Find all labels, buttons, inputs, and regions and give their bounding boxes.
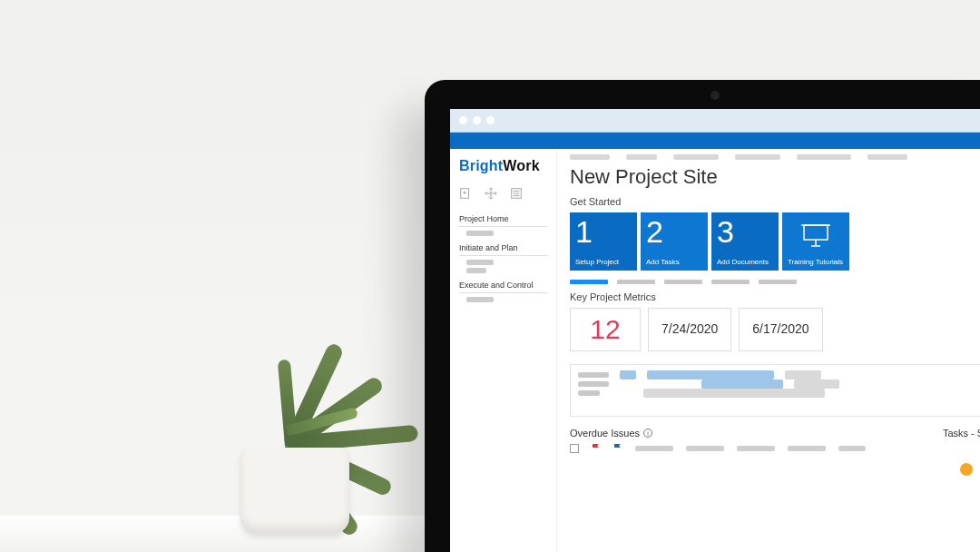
- tile-caption: Setup Project: [575, 258, 619, 266]
- app-ribbon: [450, 133, 980, 149]
- camera-dot: [710, 91, 720, 100]
- breadcrumb-item[interactable]: [570, 154, 610, 160]
- sidebar-toolbar: [459, 187, 547, 203]
- browser-chrome: [450, 109, 980, 133]
- decorative-plant: [191, 298, 399, 534]
- sidebar-section-execute[interactable]: Execute and Control: [459, 281, 547, 290]
- new-page-icon[interactable]: [459, 187, 472, 203]
- breadcrumb-item[interactable]: [673, 154, 719, 160]
- gantt-chart[interactable]: [570, 364, 980, 417]
- overdue-issues-section: Overdue Issues i: [570, 428, 906, 453]
- tile-caption: Add Tasks: [646, 258, 680, 266]
- brand-part2: Work: [503, 158, 540, 173]
- sidebar-item[interactable]: [466, 231, 494, 236]
- breadcrumb-item[interactable]: [797, 154, 851, 160]
- sidebar-item[interactable]: [466, 268, 486, 273]
- tile-training-tutorials[interactable]: Training Tutorials: [782, 212, 849, 271]
- metric-date-1: 7/24/2020: [648, 308, 731, 351]
- breadcrumb-item[interactable]: [867, 154, 907, 160]
- tile-add-tasks[interactable]: 2 Add Tasks: [641, 212, 708, 271]
- metric-date-2: 6/17/2020: [739, 308, 822, 351]
- window-dot[interactable]: [486, 116, 495, 124]
- flag-icon: [613, 444, 622, 453]
- move-icon[interactable]: [485, 187, 497, 203]
- brand-logo: BrightWork: [459, 158, 547, 174]
- sidebar-section-initiate[interactable]: Initiate and Plan: [459, 243, 547, 252]
- svg-rect-2: [804, 225, 828, 240]
- list-icon[interactable]: [510, 187, 523, 203]
- tab[interactable]: [664, 280, 702, 284]
- sidebar-item[interactable]: [466, 260, 494, 265]
- tab[interactable]: [711, 280, 750, 284]
- sidebar-item[interactable]: [466, 297, 494, 302]
- tile-add-documents[interactable]: 3 Add Documents: [711, 212, 779, 271]
- checkbox[interactable]: [570, 444, 579, 453]
- overdue-issues-label: Overdue Issues i: [570, 428, 906, 439]
- breadcrumb: [570, 154, 980, 160]
- main-content: New Project Site Get Started 1 Setup Pro…: [557, 149, 980, 552]
- table-header-row: [570, 444, 906, 453]
- page-title: New Project Site: [570, 165, 980, 189]
- window-dot[interactable]: [459, 116, 467, 124]
- info-icon[interactable]: i: [643, 429, 652, 438]
- get-started-label: Get Started: [570, 196, 980, 207]
- status-badges: [960, 463, 980, 476]
- tile-caption: Training Tutorials: [788, 258, 843, 266]
- tile-setup-project[interactable]: 1 Setup Project: [570, 212, 637, 271]
- breadcrumb-item[interactable]: [626, 154, 657, 160]
- tab[interactable]: [570, 280, 608, 284]
- window-dot[interactable]: [473, 116, 481, 124]
- flag-icon: [592, 444, 601, 453]
- brand-part1: Bright: [459, 158, 503, 173]
- presentation-icon: [800, 222, 831, 247]
- tile-number: 1: [575, 216, 632, 247]
- tab[interactable]: [617, 280, 655, 284]
- warning-badge[interactable]: [960, 463, 973, 476]
- sidebar: BrightWork Project Home Initiate and Pla…: [450, 149, 557, 552]
- metrics-label: Key Project Metrics: [570, 291, 980, 302]
- tile-caption: Add Documents: [717, 258, 769, 266]
- tasks-status-section: Tasks - Status: [943, 428, 980, 453]
- tab[interactable]: [759, 280, 797, 284]
- metrics-row: 12 7/24/2020 6/17/2020: [570, 308, 980, 351]
- tile-number: 2: [646, 216, 702, 247]
- get-started-tiles: 1 Setup Project 2 Add Tasks 3 Add Docume…: [570, 212, 980, 271]
- sidebar-section-project-home[interactable]: Project Home: [459, 214, 547, 223]
- laptop-frame: BrightWork Project Home Initiate and Pla…: [425, 80, 980, 552]
- breadcrumb-item[interactable]: [735, 154, 780, 160]
- section-tabs: [570, 280, 980, 284]
- metric-count: 12: [570, 308, 641, 351]
- tasks-status-label: Tasks - Status: [943, 428, 980, 439]
- overdue-issues-text: Overdue Issues: [570, 428, 640, 439]
- tile-number: 3: [717, 216, 773, 247]
